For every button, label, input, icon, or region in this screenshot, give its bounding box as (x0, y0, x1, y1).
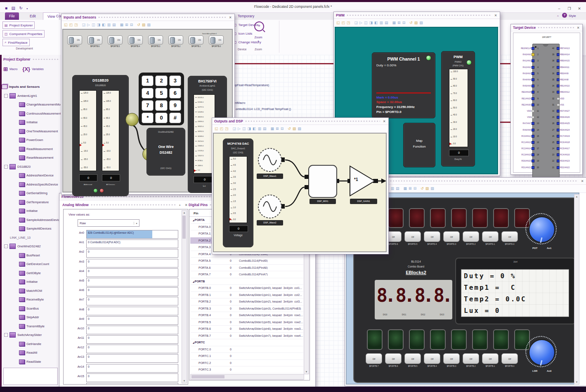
view-values-dropdown[interactable]: Raw ▾ (78, 219, 139, 227)
map-function-component[interactable]: Map Function (403, 123, 435, 167)
toolbar-icon[interactable]: ◲ (354, 21, 358, 25)
ribbon-button[interactable]: ⌕ Find/Replace (2, 39, 30, 46)
tree-item[interactable]: ResetMeasurement (2, 153, 61, 162)
toolbar-icon[interactable]: ⊞ (125, 23, 128, 27)
toolbar-icon[interactable]: ⊞ (397, 21, 401, 25)
toolbar-icon[interactable]: ▥ (107, 23, 111, 27)
analog-window-titlebar[interactable]: Analog Window ▪ ✕ (62, 202, 188, 208)
tree-item[interactable]: AddressNextDevice (2, 171, 61, 180)
digital-pin-row[interactable]: PORTB (190, 278, 303, 285)
quick-access-dropdown-icon[interactable]: ▾ (26, 7, 28, 10)
toolbar-icon[interactable]: ◱ (336, 21, 340, 25)
keypad-key[interactable]: 5 (155, 88, 167, 99)
close-icon[interactable]: ✕ (382, 120, 386, 123)
digital-hscrollbar[interactable] (190, 374, 304, 380)
keypad-key[interactable]: 8 (155, 100, 167, 111)
dsp-mix-label[interactable]: DSP_MIX1 (310, 199, 336, 204)
pwm-meter-component[interactable]: PWM PWM2 (PWM CH1) 100.090.080.070.060.0… (441, 51, 475, 167)
digital-pin-row[interactable]: PORTC.3 0 (190, 366, 303, 373)
digital-pin-row[interactable]: PORTA.7 0 ComboBL0114(PinA7) (190, 271, 303, 278)
keypad-key[interactable]: 1 (142, 75, 154, 86)
tree-item[interactable]: ReadAll (2, 348, 61, 357)
keypad-key[interactable]: 2 (155, 75, 167, 86)
zoom-dropdown-arrow[interactable]: ▾ (250, 40, 267, 42)
toolbar-icon[interactable]: ↺ (288, 127, 291, 131)
analog-value-field[interactable]: 0 (86, 249, 178, 258)
digital-pin-row[interactable]: PORTA.6 0 ComboBL0114(PinA6) (190, 265, 303, 272)
main-scrollbar[interactable] (582, 56, 586, 178)
tree-item[interactable]: ChangeMeasurementMode (2, 100, 61, 109)
toolbar-icon[interactable]: ▷ (87, 23, 90, 27)
off-button[interactable]: Off (424, 231, 440, 242)
toolbar-icon[interactable]: ▤ (112, 23, 116, 27)
analog-value-field[interactable]: 826 ComboBL0114(LightSensor ADC) (86, 230, 178, 239)
tree-item[interactable]: GetIDByte (2, 269, 61, 278)
pwm-window-titlebar[interactable]: PWM ✕ (334, 12, 500, 19)
keypad-key[interactable]: 6 (169, 88, 181, 99)
off-button[interactable]: Off (501, 231, 518, 242)
toolbar-icon[interactable]: ◰ (220, 127, 224, 131)
digital-pin-row[interactable]: PORTA.5 0 ComboBL0114(PinA5) (190, 258, 303, 265)
toolbar-icon[interactable]: ◱ (215, 127, 218, 131)
close-icon[interactable]: ✕ (580, 179, 584, 183)
tree-item[interactable]: GetSerialString (2, 189, 61, 198)
toolbar-icon[interactable]: ▦ (271, 127, 274, 131)
toolbar-icon[interactable]: ▥ (380, 21, 383, 25)
toolbar-icon[interactable]: ◨ (248, 127, 251, 131)
macro-icon[interactable]: ⊞ (3, 66, 8, 72)
variables-button[interactable]: Variables (32, 68, 44, 70)
minimize-icon[interactable]: ▪ (178, 203, 182, 207)
digital-pin-row[interactable]: PORTB.2 0 SwitchArraySlider1(pin2), keyp… (190, 298, 303, 305)
tree-item[interactable]: LINK_LINE_13 (2, 233, 61, 242)
toolbar-icon[interactable]: ◧ (374, 21, 378, 25)
ds18b20-component[interactable]: DS18B20 DS18B20 125.0105.085.065.045.025… (72, 75, 129, 196)
digital-pin-row[interactable]: PORTB.5 0 SwitchArraySlider1(pin5), keyp… (190, 319, 303, 326)
board-switch[interactable]: Off $PORTB.1 (482, 353, 499, 367)
analog-value-field[interactable]: 0 (86, 268, 178, 277)
analog-value-field[interactable]: 0 (86, 297, 178, 305)
analog-value-field[interactable]: 0 (86, 354, 178, 363)
tree-item[interactable]: DS18B20 (2, 162, 61, 171)
off-button[interactable]: Off (482, 353, 499, 364)
toolbar-icon[interactable]: ⊟ (414, 187, 417, 190)
analog-value-field[interactable]: 0 (86, 373, 178, 382)
analog-value-field[interactable]: 0 (86, 316, 178, 325)
tab-temporary[interactable]: Temporary (234, 12, 258, 20)
green-button-icon[interactable] (93, 188, 98, 193)
toolbar-icon[interactable]: ▤ (263, 127, 267, 131)
analog-value-field[interactable]: 0 (86, 364, 178, 373)
dsp-wave1-label[interactable]: DSP_Wave1 (257, 174, 283, 179)
tree-item[interactable]: BusReset (2, 251, 61, 260)
keypad-key[interactable]: 7 (142, 100, 154, 111)
save-icon[interactable]: ▤ (12, 6, 15, 10)
board-switch[interactable]: Off $PORTB.0 (501, 353, 518, 367)
toolbar-icon[interactable]: ◧ (253, 127, 256, 131)
toolbar-icon[interactable]: ◫ (242, 127, 246, 131)
board-switch[interactable]: Off $PORTD.3 (443, 231, 460, 245)
analog-value-field[interactable]: 0 (86, 259, 178, 268)
tree-item[interactable]: OneTimeMeasurement (2, 127, 61, 136)
off-button[interactable]: Off (366, 353, 382, 364)
style-button[interactable]: Style (569, 14, 576, 18)
analog-value-field[interactable]: 0 (86, 326, 178, 334)
dsp-wave2-label[interactable]: DSP_Wave2 (257, 220, 283, 225)
close-button[interactable]: ✕ (575, 7, 584, 11)
variables-icon[interactable]: {X} (22, 66, 30, 72)
toolbar-icon[interactable]: ↺ (137, 23, 140, 27)
toolbar-icon[interactable]: ▧ (293, 127, 296, 131)
board-switch[interactable]: Off $PORTD.0 (501, 231, 518, 245)
pot-knob[interactable] (529, 216, 555, 243)
inputs-panel-canvas[interactable]: ON $PORTB.7 ON $PORTB.6 (62, 29, 233, 192)
board-switch[interactable]: Off $PORTB.3 (443, 353, 460, 367)
toolbar-icon[interactable]: ▨ (419, 21, 423, 25)
tree-item[interactable]: GetTemperature (2, 198, 61, 207)
tree-item[interactable]: OneWireDS2482 (2, 242, 61, 251)
tree-item[interactable]: Initialise (2, 118, 61, 127)
tree-item[interactable]: SampleAddressedDevice (2, 216, 61, 225)
keypad-key[interactable]: # (169, 113, 181, 123)
toolbar-icon[interactable]: ▨ (430, 187, 434, 190)
toolbar-icon[interactable]: ▧ (425, 187, 429, 190)
toolbar-icon[interactable]: ⊟ (402, 21, 406, 25)
tree-item[interactable]: PowerDown (2, 136, 61, 145)
toolbar-icon[interactable]: ↺ (409, 21, 413, 25)
